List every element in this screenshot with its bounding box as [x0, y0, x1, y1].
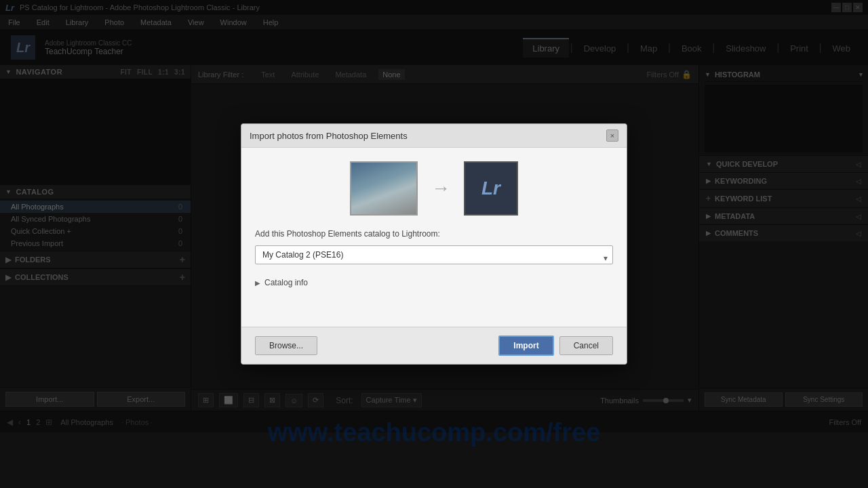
dialog-body: → Lr Add this Photoshop Elements catalog… [241, 148, 627, 327]
arrow-icon: → [431, 178, 450, 199]
import-dialog: Import photos from Photoshop Elements × … [241, 123, 627, 365]
catalog-dropdown[interactable]: My Catalog 2 (PSE16) My Catalog (PSE16) … [255, 245, 613, 264]
catalog-dropdown-wrapper: My Catalog 2 (PSE16) My Catalog (PSE16) … [255, 245, 613, 271]
browse-button[interactable]: Browse... [255, 336, 317, 355]
catalog-info-triangle: ▶ [255, 279, 260, 287]
dialog-title-bar: Import photos from Photoshop Elements × [241, 124, 627, 148]
dialog-spacer [255, 293, 613, 313]
cancel-button[interactable]: Cancel [559, 336, 613, 355]
import-button[interactable]: Import [498, 336, 553, 356]
source-image [350, 161, 418, 216]
source-image-inner [351, 163, 416, 214]
catalog-info-toggle[interactable]: ▶ Catalog info [255, 278, 613, 287]
dest-image: Lr [464, 161, 518, 216]
dialog-title: Import photos from Photoshop Elements [250, 131, 408, 141]
catalog-info-label: Catalog info [264, 278, 308, 287]
lr-dest-logo: Lr [481, 178, 500, 199]
modal-overlay: Import photos from Photoshop Elements × … [0, 0, 868, 488]
dialog-footer: Browse... Import Cancel [241, 327, 627, 364]
dialog-image-section: → Lr [255, 161, 613, 216]
dialog-close-button[interactable]: × [606, 129, 618, 142]
dialog-instruction-text: Add this Photoshop Elements catalog to L… [255, 229, 613, 239]
